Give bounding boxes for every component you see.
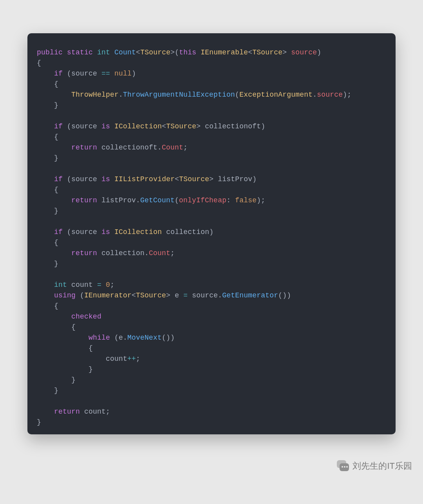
watermark-text: 刘先生的IT乐园 [352,460,412,472]
code-card: public static int Count<TSource>(this IE… [27,33,396,434]
wechat-bubble-icon [337,460,349,472]
code-block: public static int Count<TSource>(this IE… [37,47,386,428]
watermark: 刘先生的IT乐园 [337,460,412,472]
